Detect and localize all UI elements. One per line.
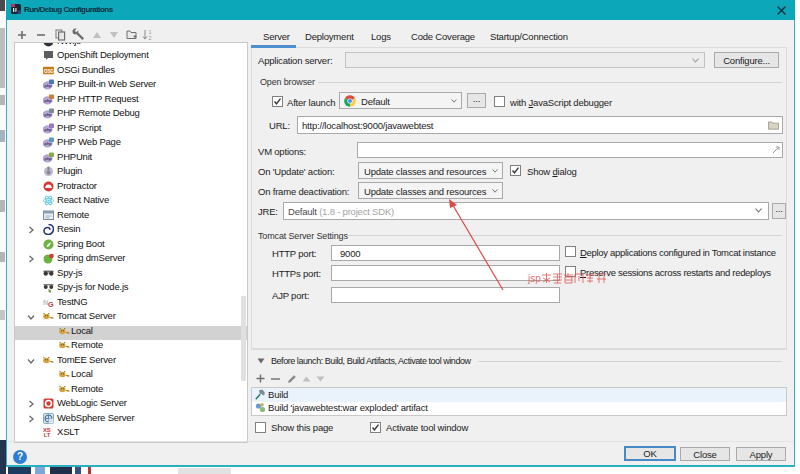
svg-text:OSG: OSG: [44, 68, 54, 73]
svg-text:php: php: [44, 156, 52, 161]
svg-text:php: php: [44, 142, 52, 147]
svg-text:php: php: [44, 127, 52, 132]
svg-text:php: php: [44, 113, 52, 118]
svg-text:2: 2: [149, 35, 152, 41]
svg-text:LT: LT: [44, 432, 51, 437]
svg-text:php: php: [44, 84, 52, 89]
svg-text:G: G: [48, 299, 54, 307]
svg-text:php: php: [44, 98, 52, 103]
